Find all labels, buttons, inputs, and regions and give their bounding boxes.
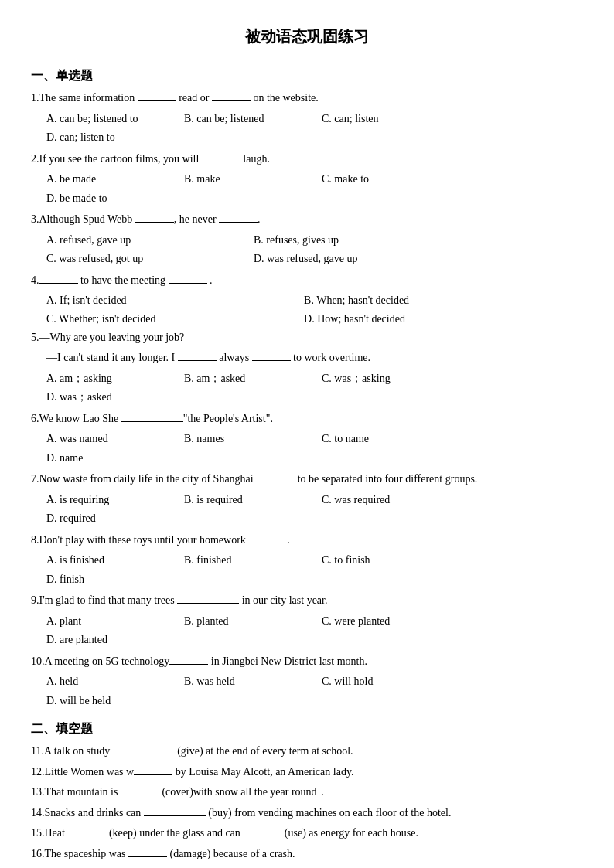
fill-11: 11.A talk on study (give) at the end of … (31, 742, 583, 761)
fill-17: 17.The baby panda (take) care of by the … (31, 865, 583, 868)
question-10: 10.A meeting on 5G technology in Jiangbe… (31, 652, 583, 672)
section1-title: 一、单选题 (31, 65, 583, 86)
options-8: A. is finished B. finished C. to finish … (46, 551, 583, 589)
question-4: 4. to have the meeting . (31, 271, 583, 291)
options-6: A. was named B. names C. to name D. name (46, 430, 583, 468)
options-5: A. am；asking B. am；asked C. was；asking D… (46, 369, 583, 407)
question-5b: —I can't stand it any longer. I always t… (31, 349, 583, 368)
options-4: A. If; isn't decided B. When; hasn't dec… (46, 291, 583, 328)
fill-15: 15.Heat (keep) under the glass and can (… (31, 824, 583, 843)
options-7: A. is requiring B. is required C. was re… (46, 491, 583, 529)
question-7: 7.Now waste from daily life in the city … (31, 470, 583, 489)
question-5a: 5.—Why are you leaving your job? (31, 328, 583, 348)
fill-12: 12.Little Women was w by Louisa May Alco… (31, 763, 583, 782)
question-2: 2.If you see the cartoon films, you will… (31, 150, 583, 169)
question-9: 9.I'm glad to find that many trees in ou… (31, 591, 583, 611)
page-title: 被动语态巩固练习 (31, 23, 583, 49)
question-8: 8.Don't play with these toys until your … (31, 531, 583, 550)
question-1: 1.The same information read or on the we… (31, 89, 583, 108)
fill-16: 16.The spaceship was (damage) because of… (31, 845, 583, 864)
options-10: A. held B. was held C. will hold D. will… (46, 672, 583, 710)
options-2: A. be made B. make C. make to D. be made… (46, 170, 583, 208)
section2-title: 二、填空题 (31, 718, 583, 739)
fill-14: 14.Snacks and drinks can (buy) from vend… (31, 804, 583, 823)
fill-13: 13.That mountain is (cover)with snow all… (31, 783, 583, 802)
options-1: A. can be; listened to B. can be; listen… (46, 110, 583, 148)
question-3: 3.Although Spud Webb , he never . (31, 210, 583, 230)
options-3: A. refused, gave up B. refuses, gives up… (46, 231, 583, 269)
options-9: A. plant B. planted C. were planted D. a… (46, 612, 583, 650)
question-6: 6.We know Lao She "the People's Artist". (31, 410, 583, 429)
